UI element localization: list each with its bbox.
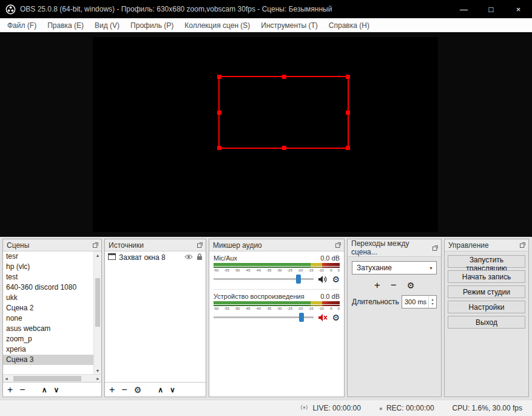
gear-icon[interactable]: ⚙ (332, 275, 340, 284)
add-source-button[interactable]: + (109, 385, 115, 395)
titlebar[interactable]: OBS 25.0.8 (64-bit, windows) - Профиль: … (0, 0, 532, 18)
meter-tick: -15 (308, 268, 314, 272)
menu-profile[interactable]: Профиль (P) (125, 21, 179, 30)
add-scene-button[interactable]: + (7, 385, 13, 395)
settings-button[interactable]: Настройки (448, 301, 525, 313)
scenes-toolbar: + − ∧ ∨ (3, 382, 101, 397)
volume-slider[interactable] (214, 274, 314, 284)
remove-source-button[interactable]: − (121, 385, 127, 395)
selection-handle[interactable] (217, 75, 221, 79)
source-properties-gear-icon[interactable]: ⚙ (134, 386, 142, 394)
volume-meter-sub (214, 267, 340, 268)
meter-tick: -55 (224, 307, 229, 310)
float-dock-icon[interactable] (520, 242, 525, 248)
window-controls: — □ × (450, 0, 532, 18)
spin-down-icon[interactable]: ▼ (431, 302, 434, 307)
selection-handle[interactable] (217, 111, 221, 115)
scroll-right-icon[interactable]: ► (96, 377, 100, 381)
studio-mode-button[interactable]: Режим студии (448, 285, 525, 298)
scroll-up-icon[interactable]: ▲ (96, 251, 100, 259)
selection-handle[interactable] (346, 146, 350, 150)
preview-canvas[interactable] (93, 37, 438, 232)
scrollbar-track[interactable] (10, 376, 95, 381)
menu-view[interactable]: Вид (V) (89, 21, 125, 30)
close-button[interactable]: × (505, 0, 532, 18)
scene-move-up-button[interactable]: ∧ (42, 386, 47, 394)
speaker-icon[interactable] (318, 275, 328, 284)
obs-logo-icon[interactable] (5, 4, 16, 15)
rec-status: ● REC: 00:00:00 (379, 404, 434, 412)
spin-up-icon[interactable]: ▲ (431, 298, 434, 302)
float-dock-icon[interactable] (197, 242, 203, 248)
volume-meter (214, 263, 340, 266)
selection-handle[interactable] (346, 75, 350, 79)
scene-list-item[interactable]: tesr (3, 251, 93, 262)
start-streaming-button[interactable]: Запустить трансляцию (448, 255, 525, 268)
source-list: Захват окна 8 (105, 251, 206, 382)
window-title: OBS 25.0.8 (64-bit, windows) - Профиль: … (20, 5, 450, 13)
menu-edit[interactable]: Правка (E) (42, 21, 89, 30)
duration-spinbox[interactable]: 300 ms ▲ ▼ (402, 295, 437, 309)
meter-tick: 0 (338, 307, 340, 310)
exit-button[interactable]: Выход (448, 316, 525, 329)
add-transition-button[interactable]: + (374, 279, 380, 292)
gear-icon[interactable]: ⚙ (332, 313, 340, 322)
remove-transition-button[interactable]: − (391, 279, 397, 292)
selection-handle[interactable] (282, 146, 286, 150)
float-dock-icon[interactable] (433, 245, 438, 251)
controls-dock-header: Управление (445, 239, 528, 251)
scene-list-item[interactable]: zoom_p (3, 334, 93, 344)
scene-list-item[interactable]: xperia (3, 344, 93, 355)
scene-list-item[interactable]: 640-360 discord 1080 (3, 282, 93, 293)
menu-scene-collection[interactable]: Коллекция сцен (S) (179, 21, 255, 30)
volume-slider[interactable] (214, 312, 314, 322)
lock-icon[interactable] (197, 253, 203, 262)
remove-scene-button[interactable]: − (19, 385, 25, 395)
meter-tick: -10 (318, 307, 324, 310)
scene-list-item[interactable]: none (3, 313, 93, 324)
transitions-body: Затухание ▼ + − ⚙ Длительность 300 ms ▲ … (348, 257, 441, 397)
scene-move-down-button[interactable]: ∨ (53, 386, 59, 394)
audio-mixer-dock: Микшер аудио Mic/Aux 0.0 dB -60-55-50-45… (209, 239, 345, 397)
volume-slider-handle[interactable] (299, 313, 304, 322)
scrollbar-thumb[interactable] (95, 278, 100, 327)
scene-list-item[interactable]: ukk (3, 293, 93, 303)
source-list-item[interactable]: Захват окна 8 (105, 251, 206, 264)
maximize-button[interactable]: □ (477, 0, 505, 18)
scene-list-item[interactable]: hp (vlc) (3, 262, 93, 272)
menu-file[interactable]: Файл (F) (2, 21, 42, 30)
float-dock-icon[interactable] (335, 242, 341, 248)
scene-list-item[interactable]: asus webcam (3, 324, 93, 334)
meter-tick: -50 (235, 307, 240, 310)
scenes-horizontal-scrollbar[interactable]: ◄ ► (3, 374, 101, 382)
source-label: Захват окна 8 (119, 253, 166, 262)
volume-slider-handle[interactable] (296, 274, 301, 284)
scenes-vertical-scrollbar[interactable]: ▲ ▼ (93, 251, 101, 374)
rec-dot-icon: ● (379, 405, 383, 412)
source-selection-rect[interactable] (218, 76, 349, 149)
selection-handle[interactable] (217, 146, 221, 150)
float-dock-icon[interactable] (93, 242, 98, 248)
menu-tools[interactable]: Инструменты (T) (255, 21, 323, 30)
scrollbar-track[interactable] (94, 259, 101, 367)
scroll-down-icon[interactable]: ▼ (96, 367, 100, 374)
start-recording-button[interactable]: Начать запись (448, 270, 525, 283)
transition-select[interactable]: Затухание ▼ (352, 261, 437, 274)
minimize-button[interactable]: — (450, 0, 477, 18)
source-move-down-button[interactable]: ∨ (170, 386, 175, 394)
scroll-left-icon[interactable]: ◄ (4, 377, 8, 381)
transitions-dock-header: Переходы между сцена... (348, 239, 441, 257)
scene-list-item[interactable]: test (3, 272, 93, 282)
transition-settings-gear-icon[interactable]: ⚙ (407, 281, 415, 290)
source-move-up-button[interactable]: ∧ (158, 386, 163, 394)
visibility-eye-icon[interactable] (184, 253, 193, 262)
meter-tick: -15 (308, 307, 314, 310)
scrollbar-thumb[interactable] (13, 376, 81, 381)
scene-list-item[interactable]: Сцена 2 (3, 303, 93, 313)
speaker-muted-icon[interactable] (318, 313, 328, 322)
scene-list-item-selected[interactable]: Сцена 3 (3, 355, 93, 365)
selection-handle[interactable] (346, 111, 350, 115)
selection-handle[interactable] (282, 75, 286, 79)
menu-help[interactable]: Справка (H) (323, 21, 375, 30)
mixer-channel-db: 0.0 dB (320, 293, 340, 300)
